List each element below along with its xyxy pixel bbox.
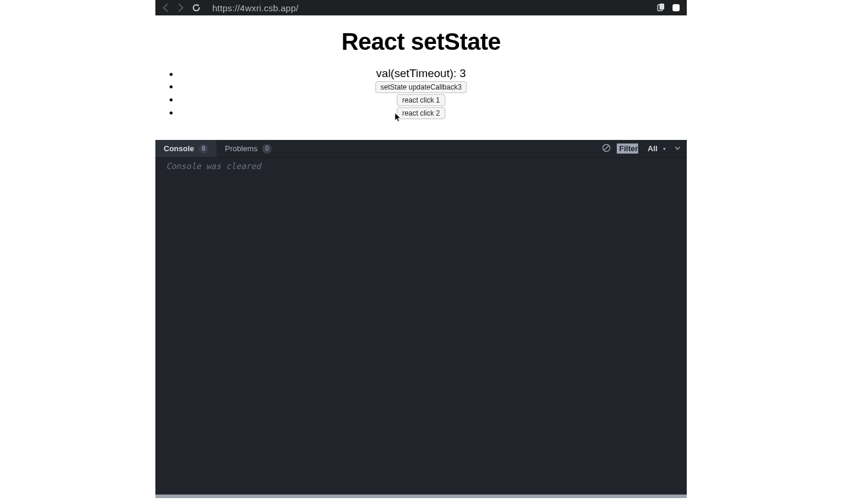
devtools-tabs: Console 0 Problems 0 Filter All ▾ (155, 140, 687, 158)
nav-back-button[interactable] (160, 2, 171, 13)
react-click-1-button[interactable]: react click 1 (397, 94, 445, 106)
open-window-icon[interactable] (670, 2, 682, 14)
url-bar[interactable]: https://4wxri.csb.app/ (206, 1, 650, 14)
tab-console-label: Console (164, 144, 194, 153)
tab-problems[interactable]: Problems 0 (216, 140, 280, 157)
svg-rect-2 (673, 4, 680, 11)
tab-console[interactable]: Console 0 (155, 140, 216, 157)
problems-count-badge: 0 (262, 144, 272, 154)
nav-forward-button[interactable] (176, 2, 186, 13)
app-viewport: https://4wxri.csb.app/ React setState va… (155, 0, 687, 498)
clear-console-icon[interactable] (602, 143, 611, 154)
console-count-badge: 0 (199, 144, 208, 154)
bottom-strip (155, 495, 687, 498)
console-body: Console was cleared (155, 158, 687, 498)
svg-line-4 (604, 145, 609, 150)
copy-icon[interactable] (655, 2, 667, 14)
setstate-callback-button[interactable]: setState updateCallback3 (375, 81, 467, 93)
list-item: react click 2 (179, 107, 687, 119)
react-click-2-button[interactable]: react click 2 (397, 107, 445, 119)
filter-input[interactable]: Filter (617, 143, 638, 154)
tab-problems-label: Problems (225, 144, 257, 153)
browser-bar: https://4wxri.csb.app/ (155, 0, 687, 15)
svg-rect-1 (659, 4, 664, 9)
reload-button[interactable] (191, 2, 202, 13)
list-item: val(setTimeout): 3 (179, 67, 687, 80)
page-title: React setState (155, 28, 687, 55)
val-text: val(setTimeout): 3 (376, 67, 466, 79)
page-content: React setState val(setTimeout): 3 setSta… (155, 15, 687, 140)
list-item: setState updateCallback3 (179, 81, 687, 93)
list-item: react click 1 (179, 94, 687, 106)
toolbar-right (655, 2, 682, 14)
chevron-down-icon[interactable] (674, 145, 681, 152)
log-level-select[interactable]: All (644, 143, 668, 154)
console-message: Console was cleared (166, 161, 676, 171)
devtools-panel: Console 0 Problems 0 Filter All ▾ (155, 140, 687, 498)
